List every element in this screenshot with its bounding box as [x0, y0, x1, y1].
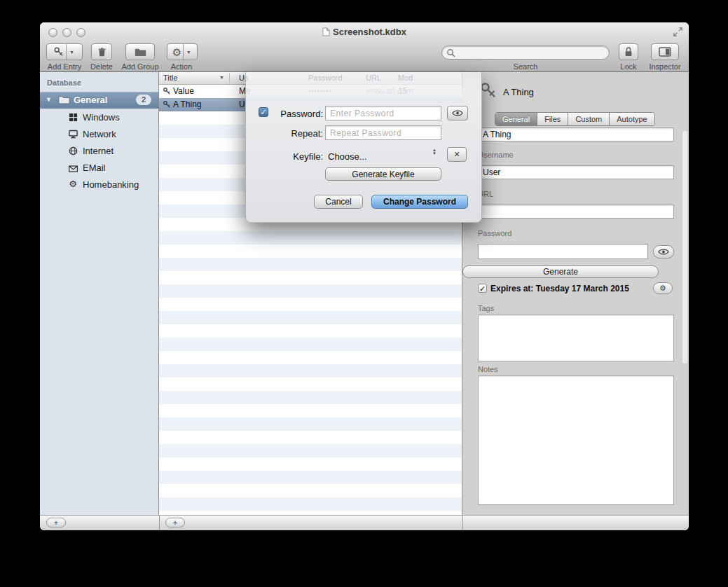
gear-icon: ⚙: [172, 47, 181, 57]
close-icon: ✕: [453, 150, 460, 159]
repeat-password-input[interactable]: [326, 127, 441, 140]
lock-button[interactable]: [619, 43, 638, 60]
sidebar-section-header: Database: [47, 78, 81, 87]
scrollbar[interactable]: [682, 131, 687, 364]
folder-icon: [135, 47, 146, 57]
sidebar: Database ▼ General 2 Windows Network Int…: [40, 72, 159, 515]
windows-icon: [68, 112, 78, 122]
action-label: Action: [157, 62, 206, 71]
document-icon: [322, 27, 330, 36]
notes-label: Notes: [478, 365, 498, 373]
chevron-down-icon: ▾: [68, 49, 75, 55]
popup-stepper-icon[interactable]: ▲▼: [432, 149, 437, 156]
password-input-wrap: [325, 106, 441, 120]
fullscreen-icon[interactable]: [673, 27, 683, 37]
password-checkbox[interactable]: ✓: [259, 107, 268, 117]
button-divider: [183, 44, 184, 60]
new-password-input[interactable]: [326, 107, 441, 120]
sidebar-item-internet[interactable]: Internet: [40, 142, 158, 159]
inspector-entry-title: A Thing: [503, 87, 534, 97]
sort-indicator-icon: ▼: [219, 75, 224, 80]
app-window: Screenshot.kdbx ▾ Add Entry Delete Add G…: [40, 22, 689, 530]
inspector-button[interactable]: [651, 43, 679, 60]
cell-title: A Thing: [173, 99, 201, 109]
sidebar-item-label: Windows: [83, 112, 120, 123]
action-button[interactable]: ⚙ ▾: [167, 43, 198, 60]
change-password-button[interactable]: Change Password: [371, 195, 468, 209]
keyfile-popup[interactable]: Choose...: [328, 151, 367, 162]
inspector-tabs: General Files Custom Autotype: [495, 112, 655, 126]
pane-divider: [159, 516, 160, 530]
tab-general[interactable]: General: [495, 113, 537, 125]
tags-field[interactable]: [478, 315, 674, 361]
cancel-button[interactable]: Cancel: [314, 195, 363, 209]
trash-icon: [97, 47, 107, 57]
tab-autotype[interactable]: Autotype: [609, 113, 654, 125]
search-icon: [446, 48, 455, 57]
tags-label: Tags: [478, 304, 494, 312]
change-password-dialog: ✓ Password: Repeat: Keyfile: Choose... ▲…: [245, 72, 482, 223]
gear-icon: ⚙: [68, 179, 78, 189]
generate-keyfile-button[interactable]: Generate Keyfile: [325, 167, 441, 181]
sidebar-item-label: Network: [83, 129, 116, 139]
sidebar-item-label: EMail: [83, 163, 106, 173]
group-label: General: [74, 95, 107, 105]
cell-title: Value: [173, 86, 194, 96]
key-icon: [53, 46, 64, 57]
generate-password-button[interactable]: Generate: [462, 265, 659, 278]
password-label: Password:: [270, 109, 323, 119]
eye-icon: [658, 248, 669, 256]
disclosure-triangle-icon[interactable]: ▼: [46, 96, 52, 103]
password-field[interactable]: [478, 244, 648, 259]
inspector-panel-icon: [659, 47, 671, 57]
search-label: Search: [501, 62, 550, 71]
repeat-label: Repeat:: [270, 128, 323, 139]
notes-field[interactable]: [478, 375, 674, 505]
clear-keyfile-button[interactable]: ✕: [447, 147, 467, 162]
username-label: Username: [478, 151, 514, 159]
button-divider: [66, 44, 67, 60]
show-password-button[interactable]: [447, 106, 468, 120]
sidebar-item-windows[interactable]: Windows: [40, 109, 158, 125]
entry-title-field[interactable]: [478, 127, 674, 141]
gear-icon: ⚙: [659, 284, 666, 292]
delete-button[interactable]: [91, 43, 112, 60]
inspector-label: Inspector: [640, 62, 689, 71]
globe-icon: [68, 146, 78, 156]
tab-custom[interactable]: Custom: [568, 113, 609, 125]
key-icon: [163, 100, 171, 109]
bottom-bar: + +: [40, 515, 689, 530]
column-header-title[interactable]: Title: [163, 74, 177, 82]
search-input[interactable]: [441, 46, 610, 60]
sidebar-group-general[interactable]: ▼ General 2: [40, 92, 158, 109]
sidebar-item-email[interactable]: EMail: [40, 159, 158, 176]
envelope-icon: [68, 163, 78, 172]
expires-label: Expires at: Tuesday 17 March 2015: [490, 284, 629, 294]
reveal-password-button[interactable]: [653, 245, 674, 258]
entry-count-badge: 2: [136, 95, 151, 105]
sidebar-item-label: Homebanking: [83, 179, 139, 190]
tab-files[interactable]: Files: [537, 113, 568, 125]
repeat-input-wrap: [325, 125, 441, 140]
chevron-down-icon: ▾: [185, 49, 192, 55]
lock-icon: [624, 46, 633, 57]
sidebar-item-label: Internet: [83, 146, 114, 156]
sidebar-item-homebanking[interactable]: ⚙ Homebanking: [40, 176, 158, 193]
column-divider[interactable]: [229, 73, 230, 83]
add-group-plus-button[interactable]: +: [46, 518, 66, 527]
sidebar-item-network[interactable]: Network: [40, 125, 158, 142]
url-field[interactable]: [478, 205, 674, 219]
key-icon: [163, 87, 171, 95]
username-field[interactable]: [478, 165, 674, 179]
inspector-panel: A Thing General Files Custom Autotype Us…: [462, 72, 689, 515]
pane-divider: [462, 516, 463, 530]
keyfile-label: Keyfile:: [270, 151, 323, 162]
expires-settings-button[interactable]: ⚙: [653, 282, 673, 294]
add-entry-plus-button[interactable]: +: [165, 518, 185, 527]
eye-icon: [452, 109, 463, 117]
add-entry-button[interactable]: ▾: [46, 43, 83, 60]
expires-checkbox[interactable]: ✓: [478, 284, 487, 293]
add-group-button[interactable]: [125, 43, 155, 60]
network-icon: [68, 129, 78, 139]
folder-icon: [58, 95, 70, 104]
